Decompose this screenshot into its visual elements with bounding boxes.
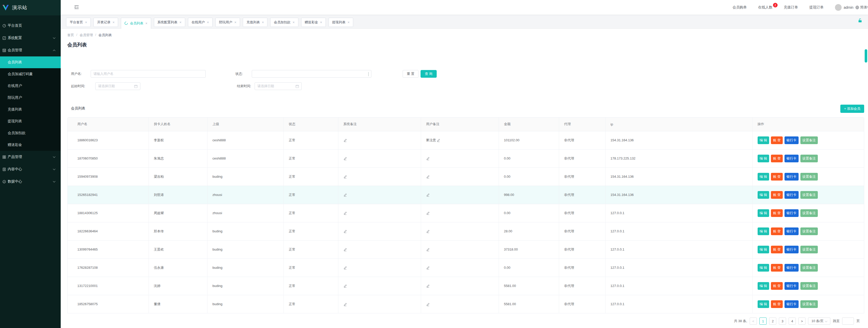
edit-note-icon[interactable] (343, 175, 347, 179)
sidebar-subitem-3[interactable]: 陪玩用户 (0, 92, 61, 104)
account-change-button[interactable]: 账 变 (771, 155, 783, 162)
start-date-input[interactable]: 请选择日期 (95, 82, 141, 90)
sidebar-item-0[interactable]: 平台首页 (0, 20, 61, 32)
edit-note-icon[interactable] (343, 193, 347, 197)
end-date-input[interactable]: 请选择日期 (255, 82, 302, 90)
tab-7[interactable]: 会员加扣款× (270, 18, 298, 27)
reset-button[interactable]: 重 置 (403, 70, 418, 78)
bank-card-button[interactable]: 银行卡 (784, 300, 799, 308)
edit-button[interactable]: 编 辑 (757, 209, 769, 217)
topbar-link-1[interactable]: 在线人数2 (758, 5, 772, 10)
edit-button[interactable]: 编 辑 (757, 227, 769, 235)
close-icon[interactable]: × (347, 20, 350, 24)
page-jump-input[interactable] (842, 318, 854, 325)
edit-note-icon[interactable] (426, 229, 430, 233)
account-change-button[interactable]: 账 变 (771, 227, 783, 235)
edit-note-icon[interactable] (426, 266, 430, 270)
tab-1[interactable]: 开奖记录× (93, 18, 118, 27)
account-change-button[interactable]: 账 变 (771, 136, 783, 144)
sidebar-subitem-2[interactable]: 在线用户 (0, 80, 61, 92)
sidebar-item-4[interactable]: 内容中心 (0, 163, 61, 175)
edit-note-icon[interactable] (426, 175, 430, 179)
bank-card-button[interactable]: 银行卡 (784, 191, 799, 199)
sidebar-collapse-icon[interactable] (74, 5, 79, 9)
account-change-button[interactable]: 账 变 (771, 264, 783, 272)
prev-page-button[interactable]: < (750, 318, 757, 325)
edit-note-icon[interactable] (343, 303, 347, 306)
account-change-button[interactable]: 账 变 (771, 191, 783, 199)
close-icon[interactable]: × (292, 20, 294, 24)
bank-card-button[interactable]: 银行卡 (784, 173, 799, 181)
tab-9[interactable]: 提现列表× (329, 18, 353, 27)
sidebar-item-5[interactable]: 数据中心 (0, 175, 61, 188)
set-note-button[interactable]: 设置备注 (800, 300, 818, 308)
tab-6[interactable]: 充值列表× (243, 18, 268, 27)
sidebar-subitem-7[interactable]: 赠送彩金 (0, 139, 61, 151)
close-icon[interactable]: × (207, 20, 209, 24)
edit-note-icon[interactable] (426, 248, 430, 251)
set-note-button[interactable]: 设置备注 (800, 155, 818, 162)
language-switcher[interactable]: 简体中文 (856, 5, 868, 10)
page-button-2[interactable]: 2 (769, 318, 776, 325)
topbar-link-0[interactable]: 会员购单 (733, 5, 747, 10)
close-icon[interactable]: × (262, 20, 264, 24)
sidebar-item-1[interactable]: 系统配置 (0, 32, 61, 44)
edit-button[interactable]: 编 辑 (757, 136, 769, 144)
edit-note-icon[interactable] (437, 138, 440, 142)
bank-card-button[interactable]: 银行卡 (784, 155, 799, 162)
set-note-button[interactable]: 设置备注 (800, 209, 818, 217)
edit-note-icon[interactable] (343, 248, 347, 251)
account-change-button[interactable]: 账 变 (771, 282, 783, 290)
username-input[interactable]: 请输入用户名 (91, 70, 206, 78)
bank-card-button[interactable]: 银行卡 (784, 282, 799, 290)
topbar-link-2[interactable]: 充值订单 (784, 5, 798, 10)
edit-note-icon[interactable] (343, 229, 347, 233)
breadcrumb-item[interactable]: 首页 (67, 33, 74, 37)
edit-note-icon[interactable] (343, 266, 347, 270)
close-icon[interactable]: × (234, 20, 237, 24)
set-note-button[interactable]: 设置备注 (800, 282, 818, 290)
sidebar-subitem-6[interactable]: 会员加扣款 (0, 127, 61, 139)
set-note-button[interactable]: 设置备注 (800, 264, 818, 272)
bank-card-button[interactable]: 银行卡 (784, 264, 799, 272)
set-note-button[interactable]: 设置备注 (800, 173, 818, 181)
breadcrumb-item[interactable]: 会员管理 (80, 33, 93, 37)
page-button-1[interactable]: 1 (760, 318, 767, 325)
account-change-button[interactable]: 账 变 (771, 246, 783, 253)
account-change-button[interactable]: 账 变 (771, 209, 783, 217)
set-note-button[interactable]: 设置备注 (800, 136, 818, 144)
page-button-4[interactable]: 4 (788, 318, 796, 325)
edit-note-icon[interactable] (426, 193, 430, 197)
account-change-button[interactable]: 账 变 (771, 173, 783, 181)
sidebar-subitem-0[interactable]: 会员列表 (0, 56, 61, 68)
scrollbar-thumb[interactable] (865, 49, 867, 62)
edit-button[interactable]: 编 辑 (757, 155, 769, 162)
tab-3[interactable]: 系统配置列表× (154, 18, 185, 27)
close-icon[interactable]: × (180, 20, 182, 24)
edit-button[interactable]: 编 辑 (757, 282, 769, 290)
edit-note-icon[interactable] (426, 284, 430, 288)
tab-8[interactable]: 赠送彩金× (301, 18, 326, 27)
close-icon[interactable]: × (113, 20, 115, 24)
bank-card-button[interactable]: 银行卡 (784, 227, 799, 235)
edit-button[interactable]: 编 辑 (757, 191, 769, 199)
status-select[interactable] (252, 70, 371, 78)
set-note-button[interactable]: 设置备注 (800, 191, 818, 199)
bank-card-button[interactable]: 银行卡 (784, 246, 799, 253)
edit-button[interactable]: 编 辑 (757, 173, 769, 181)
edit-note-icon[interactable] (343, 211, 347, 215)
user-name[interactable]: admin (844, 5, 854, 9)
edit-note-icon[interactable] (343, 157, 347, 160)
sidebar-item-2[interactable]: 会员管理 (0, 44, 61, 56)
topbar-link-3[interactable]: 提现订单 (809, 5, 824, 10)
sidebar-subitem-5[interactable]: 提现列表 (0, 115, 61, 127)
search-button[interactable]: 查 询 (421, 70, 437, 78)
add-member-button[interactable]: + 添加会员 (840, 105, 864, 113)
edit-note-icon[interactable] (343, 284, 347, 288)
sidebar-subitem-4[interactable]: 充值列表 (0, 104, 61, 115)
account-change-button[interactable]: 账 变 (771, 300, 783, 308)
edit-note-icon[interactable] (343, 138, 347, 142)
bank-card-button[interactable]: 银行卡 (784, 209, 799, 217)
set-note-button[interactable]: 设置备注 (800, 227, 818, 235)
page-button-3[interactable]: 3 (779, 318, 786, 325)
